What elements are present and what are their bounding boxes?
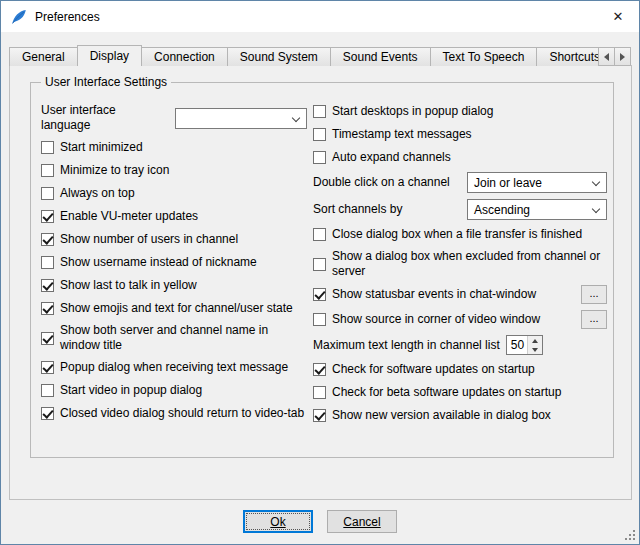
checkbox[interactable] — [41, 141, 54, 154]
checkbox-auto-expand[interactable]: Auto expand channels — [313, 149, 607, 166]
user-interface-settings-group: User Interface Settings User interface l… — [30, 82, 614, 458]
tab-label: Connection — [154, 50, 215, 64]
double-click-value: Join or leave — [474, 176, 542, 190]
checkbox-label: Show a dialog box when excluded from cha… — [332, 249, 607, 279]
close-icon[interactable]: ✕ — [597, 1, 639, 32]
checkbox-video-popup[interactable]: Start video in popup dialog — [41, 382, 307, 399]
video-source-row: Show source in corner of video window ..… — [313, 310, 607, 329]
checkbox[interactable] — [41, 384, 54, 397]
down-arrow-icon — [532, 348, 538, 352]
checkbox-start-minimized[interactable]: Start minimized — [41, 139, 307, 156]
video-source-more-button[interactable]: ... — [581, 310, 607, 329]
checkbox-popup-text-message[interactable]: Popup dialog when receiving text message — [41, 359, 307, 376]
window-title: Preferences — [35, 10, 100, 24]
max-text-length-stepper[interactable]: 50 — [506, 335, 543, 355]
tab-sound-system[interactable]: Sound System — [227, 47, 331, 66]
checkbox-show-user-count[interactable]: Show number of users in channel — [41, 231, 307, 248]
checkbox-label: Popup dialog when receiving text message — [60, 360, 288, 375]
checkbox-server-channel-title[interactable]: Show both server and channel name in win… — [41, 323, 307, 353]
spin-down-icon[interactable] — [528, 345, 542, 354]
checkbox[interactable] — [313, 258, 326, 271]
sort-channels-row: Sort channels by Ascending — [313, 199, 607, 220]
checkbox[interactable] — [41, 210, 54, 223]
dialog-footer: Ok Cancel — [1, 510, 639, 533]
checkbox-show-emojis[interactable]: Show emojis and text for channel/user st… — [41, 300, 307, 317]
sort-channels-dropdown[interactable]: Ascending — [467, 199, 607, 220]
checkbox[interactable] — [41, 332, 54, 345]
checkbox-always-on-top[interactable]: Always on top — [41, 185, 307, 202]
checkbox-desktops-popup[interactable]: Start desktops in popup dialog — [313, 103, 607, 120]
tab-label: Text To Speech — [443, 50, 525, 64]
spin-up-icon[interactable] — [528, 336, 542, 345]
checkbox[interactable] — [313, 228, 326, 241]
statusbar-events-label: Show statusbar events in chat-window — [332, 287, 536, 302]
checkbox[interactable] — [41, 256, 54, 269]
statusbar-events-row: Show statusbar events in chat-window ... — [313, 285, 607, 304]
checkbox-closed-video-return[interactable]: Closed video dialog should return to vid… — [41, 405, 307, 422]
language-row: User interface language — [41, 103, 307, 133]
checkbox-label: Timestamp text messages — [332, 127, 472, 142]
right-arrow-icon — [620, 53, 625, 61]
checkbox-close-on-transfer[interactable]: Close dialog box when a file transfer is… — [313, 226, 607, 243]
tab-scroll-left-icon[interactable] — [598, 47, 615, 66]
checkbox[interactable] — [41, 187, 54, 200]
checkbox-last-to-talk[interactable]: Show last to talk in yellow — [41, 277, 307, 294]
checkbox-label: Always on top — [60, 186, 135, 201]
sort-channels-value: Ascending — [474, 203, 530, 217]
checkbox[interactable] — [313, 313, 326, 326]
checkbox-label: Show emojis and text for channel/user st… — [60, 301, 293, 316]
tab-scroll-right-icon[interactable] — [614, 47, 631, 66]
left-column: User interface language Start minimized … — [41, 103, 307, 422]
language-label: User interface language — [41, 103, 163, 133]
checkbox[interactable] — [41, 407, 54, 420]
tab-sound-events[interactable]: Sound Events — [330, 47, 431, 66]
checkbox-label: Show last to talk in yellow — [60, 278, 197, 293]
tab-general[interactable]: General — [9, 47, 78, 66]
checkbox[interactable] — [41, 361, 54, 374]
language-dropdown[interactable] — [175, 108, 307, 129]
cancel-button[interactable]: Cancel — [327, 510, 397, 533]
chevron-down-icon — [592, 178, 600, 186]
ok-button[interactable]: Ok — [243, 510, 313, 533]
checkbox-label: Check for beta software updates on start… — [332, 385, 561, 400]
checkbox[interactable] — [313, 386, 326, 399]
statusbar-events-more-button[interactable]: ... — [581, 285, 607, 304]
checkbox[interactable] — [313, 105, 326, 118]
right-column: Start desktops in popup dialog Timestamp… — [313, 103, 607, 424]
tab-text-to-speech[interactable]: Text To Speech — [430, 47, 538, 66]
checkbox-minimize-to-tray[interactable]: Minimize to tray icon — [41, 162, 307, 179]
checkbox-excluded-dialog[interactable]: Show a dialog box when excluded from cha… — [313, 249, 607, 279]
max-text-length-row: Maximum text length in channel list 50 — [313, 335, 607, 355]
checkbox[interactable] — [41, 164, 54, 177]
double-click-dropdown[interactable]: Join or leave — [467, 172, 607, 193]
checkbox[interactable] — [313, 128, 326, 141]
preferences-window: Preferences ✕ General Display Connection… — [0, 0, 640, 545]
checkbox[interactable] — [313, 288, 326, 301]
checkbox[interactable] — [41, 302, 54, 315]
tab-label: Display — [90, 49, 129, 63]
checkbox[interactable] — [41, 279, 54, 292]
checkbox[interactable] — [313, 151, 326, 164]
double-click-row: Double click on a channel Join or leave — [313, 172, 607, 193]
chevron-down-icon — [592, 205, 600, 213]
tab-label: General — [22, 50, 65, 64]
tab-display[interactable]: Display — [77, 45, 142, 66]
checkbox-label: Closed video dialog should return to vid… — [60, 406, 304, 421]
up-arrow-icon — [532, 339, 538, 343]
max-text-length-label: Maximum text length in channel list — [313, 338, 500, 353]
tab-connection[interactable]: Connection — [141, 47, 228, 66]
checkbox[interactable] — [313, 363, 326, 376]
checkbox-label: Start desktops in popup dialog — [332, 104, 493, 119]
checkbox-label: Start video in popup dialog — [60, 383, 202, 398]
checkbox[interactable] — [41, 233, 54, 246]
resize-grip[interactable] — [623, 528, 636, 541]
group-title: User Interface Settings — [41, 75, 171, 89]
tab-label: Sound System — [240, 50, 318, 64]
checkbox-check-updates[interactable]: Check for software updates on startup — [313, 361, 607, 378]
checkbox-check-beta-updates[interactable]: Check for beta software updates on start… — [313, 384, 607, 401]
checkbox-show-username[interactable]: Show username instead of nickname — [41, 254, 307, 271]
checkbox-timestamp-messages[interactable]: Timestamp text messages — [313, 126, 607, 143]
checkbox[interactable] — [313, 409, 326, 422]
checkbox-new-version-dialog[interactable]: Show new version available in dialog box — [313, 407, 607, 424]
checkbox-vu-meter-updates[interactable]: Enable VU-meter updates — [41, 208, 307, 225]
